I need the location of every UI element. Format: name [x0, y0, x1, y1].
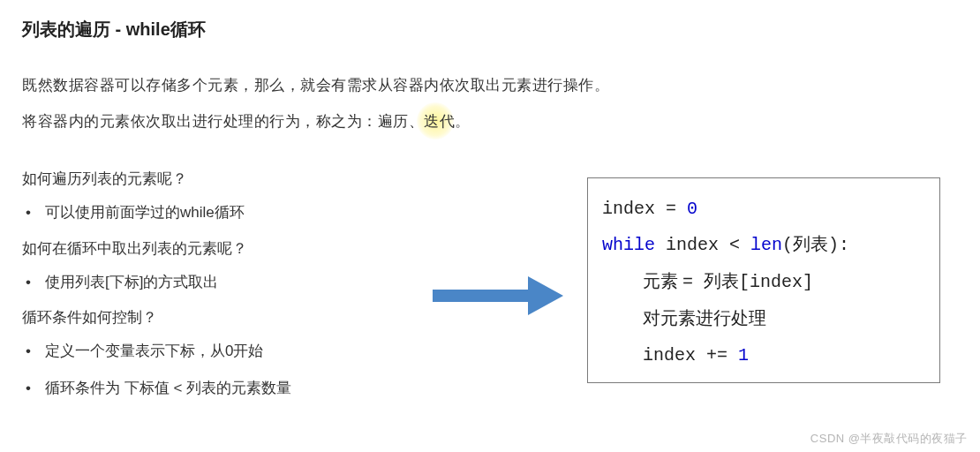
code-token: 列表[index]: [704, 272, 813, 292]
code-token: =: [682, 272, 704, 292]
code-token: 0: [687, 199, 697, 219]
bullet-icon: •: [26, 340, 31, 363]
bullet-item: • 定义一个变量表示下标，从0开始: [22, 340, 411, 363]
answer-2: 使用列表[下标]的方式取出: [45, 271, 218, 294]
arrow-right-icon: [433, 275, 565, 317]
bullet-item: • 循环条件为 下标值 < 列表的元素数量: [22, 377, 411, 400]
code-line-2: while index < len(列表):: [602, 227, 925, 263]
bullet-item: • 可以使用前面学过的while循环: [22, 201, 411, 224]
bullet-icon: •: [26, 201, 31, 224]
code-token: =: [666, 199, 687, 219]
code-line-3: 元素 = 列表[index]: [602, 263, 925, 300]
question-3: 循环条件如何控制？: [22, 307, 411, 328]
code-box: index = 0 while index < len(列表): 元素 = 列表…: [587, 177, 940, 383]
code-token: 1: [738, 345, 749, 365]
bullet-icon: •: [26, 377, 31, 400]
code-token: <: [729, 235, 750, 255]
explanation-column: 如何遍历列表的元素呢？ • 可以使用前面学过的while循环 如何在循环中取出列…: [22, 169, 411, 413]
code-line-5: index += 1: [602, 337, 925, 373]
code-token: 对元素进行处理: [643, 308, 766, 328]
code-token: while: [602, 235, 655, 255]
answer-3: 定义一个变量表示下标，从0开始: [45, 340, 263, 363]
code-token: index: [643, 345, 706, 365]
code-token: +=: [706, 345, 738, 365]
code-token: index: [655, 235, 729, 255]
arrow-column: [411, 169, 587, 317]
intro-highlight-text: 迭代: [424, 113, 455, 130]
content-row: 如何遍历列表的元素呢？ • 可以使用前面学过的while循环 如何在循环中取出列…: [22, 169, 958, 413]
answer-1: 可以使用前面学过的while循环: [45, 201, 245, 224]
intro-highlight-word: 迭代: [424, 111, 455, 132]
bullet-icon: •: [26, 271, 31, 294]
code-column: index = 0 while index < len(列表): 元素 = 列表…: [587, 169, 940, 383]
code-line-4: 对元素进行处理: [602, 300, 925, 337]
code-token: (列表):: [782, 235, 849, 255]
intro-suffix: 。: [455, 113, 471, 130]
intro-line-1: 既然数据容器可以存储多个元素，那么，就会有需求从容器内依次取出元素进行操作。: [22, 75, 958, 95]
answer-4: 循环条件为 下标值 < 列表的元素数量: [45, 377, 291, 400]
code-token: index: [602, 199, 666, 219]
intro-prefix: 将容器内的元素依次取出进行处理的行为，称之为：遍历、: [22, 113, 424, 130]
question-2: 如何在循环中取出列表的元素呢？: [22, 238, 411, 259]
intro-line-2: 将容器内的元素依次取出进行处理的行为，称之为：遍历、迭代。: [22, 111, 958, 132]
svg-rect-0: [433, 290, 530, 302]
code-line-1: index = 0: [602, 191, 925, 227]
page-title: 列表的遍历 - while循环: [22, 18, 958, 41]
question-1: 如何遍历列表的元素呢？: [22, 169, 411, 189]
code-token: 元素: [643, 271, 682, 290]
svg-marker-1: [528, 276, 563, 315]
watermark-text: CSDN @半夜敲代码的夜猫子: [810, 431, 968, 447]
bullet-item: • 使用列表[下标]的方式取出: [22, 271, 411, 294]
code-token: len: [750, 235, 782, 255]
